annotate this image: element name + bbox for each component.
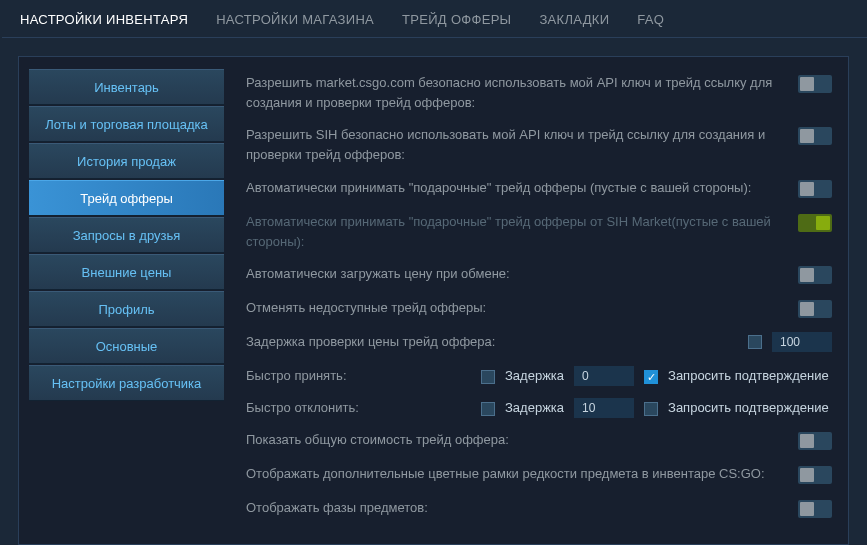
label-decline-delay: Задержка xyxy=(505,400,564,415)
sidebar-item-6[interactable]: Профиль xyxy=(29,291,224,327)
checkbox-accept-confirm[interactable]: ✓ xyxy=(644,370,658,384)
label-accept-delay: Задержка xyxy=(505,368,564,383)
setting-label-price-delay: Задержка проверки цены трейд оффера: xyxy=(246,332,738,352)
toggle-rarity-frames[interactable] xyxy=(798,466,832,484)
setting-label-cancel-unavail: Отменять недоступные трейд офферы: xyxy=(246,298,788,318)
toggle-sih-api[interactable] xyxy=(798,127,832,145)
setting-label-auto-price: Автоматически загружать цену при обмене: xyxy=(246,264,788,284)
label-quick-accept: Быстро принять: xyxy=(246,368,471,383)
checkbox-accept-delay[interactable] xyxy=(481,370,495,384)
nav-item-0[interactable]: НАСТРОЙКИ ИНВЕНТАРЯ xyxy=(20,12,188,27)
setting-label-rarity-frames: Отображать дополнительные цветные рамки … xyxy=(246,464,788,484)
nav-item-3[interactable]: ЗАКЛАДКИ xyxy=(539,12,609,27)
toggle-market-api[interactable] xyxy=(798,75,832,93)
toggle-auto-price[interactable] xyxy=(798,266,832,284)
setting-label-market-api: Разрешить market.csgo.com безопасно испо… xyxy=(246,73,788,113)
nav-item-4[interactable]: FAQ xyxy=(637,12,664,27)
toggle-phases[interactable] xyxy=(798,500,832,518)
nav-item-1[interactable]: НАСТРОЙКИ МАГАЗИНА xyxy=(216,12,374,27)
toggle-auto-gift-sih[interactable] xyxy=(798,214,832,232)
sidebar-item-3[interactable]: Трейд офферы xyxy=(29,180,224,216)
setting-label-sih-api: Разрешить SIH безопасно использовать мой… xyxy=(246,125,788,165)
sidebar-item-1[interactable]: Лоты и торговая площадка xyxy=(29,106,224,142)
sidebar-item-5[interactable]: Внешние цены xyxy=(29,254,224,290)
settings-panel: ИнвентарьЛоты и торговая площадкаИстория… xyxy=(18,56,849,545)
nav-item-2[interactable]: ТРЕЙД ОФФЕРЫ xyxy=(402,12,511,27)
checkbox-price-delay[interactable] xyxy=(748,335,762,349)
sidebar-item-2[interactable]: История продаж xyxy=(29,143,224,179)
sidebar: ИнвентарьЛоты и торговая площадкаИстория… xyxy=(29,69,224,532)
input-price-delay[interactable] xyxy=(772,332,832,352)
label-accept-confirm: Запросить подтверждение xyxy=(668,368,829,383)
sidebar-item-4[interactable]: Запросы в друзья xyxy=(29,217,224,253)
checkbox-decline-delay[interactable] xyxy=(481,402,495,416)
label-quick-decline: Быстро отклонить: xyxy=(246,400,471,415)
toggle-auto-gift[interactable] xyxy=(798,180,832,198)
toggle-cancel-unavail[interactable] xyxy=(798,300,832,318)
setting-label-total-cost: Показать общую стоимость трейд оффера: xyxy=(246,430,788,450)
top-nav: НАСТРОЙКИ ИНВЕНТАРЯНАСТРОЙКИ МАГАЗИНАТРЕ… xyxy=(2,0,867,38)
sidebar-item-7[interactable]: Основные xyxy=(29,328,224,364)
setting-label-phases: Отображать фазы предметов: xyxy=(246,498,788,518)
setting-label-auto-gift-sih: Автоматически принимать "подарочные" тре… xyxy=(246,212,788,252)
sidebar-item-8[interactable]: Настройки разработчика xyxy=(29,365,224,401)
setting-label-auto-gift: Автоматически принимать "подарочные" тре… xyxy=(246,178,788,198)
input-decline-delay[interactable] xyxy=(574,398,634,418)
label-decline-confirm: Запросить подтверждение xyxy=(668,400,829,415)
checkbox-decline-confirm[interactable] xyxy=(644,402,658,416)
input-accept-delay[interactable] xyxy=(574,366,634,386)
sidebar-item-0[interactable]: Инвентарь xyxy=(29,69,224,105)
toggle-total-cost[interactable] xyxy=(798,432,832,450)
settings-main: Разрешить market.csgo.com безопасно испо… xyxy=(224,69,838,532)
